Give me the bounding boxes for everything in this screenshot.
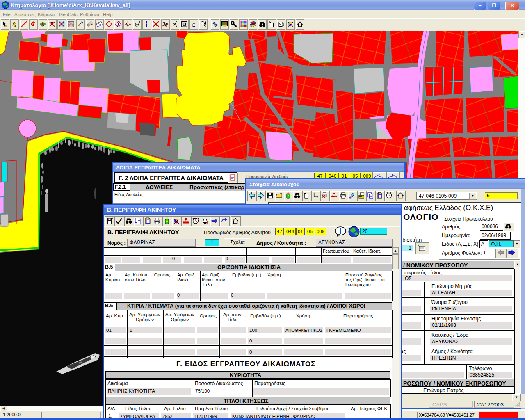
svg-text:0: 0 <box>91 22 92 24</box>
